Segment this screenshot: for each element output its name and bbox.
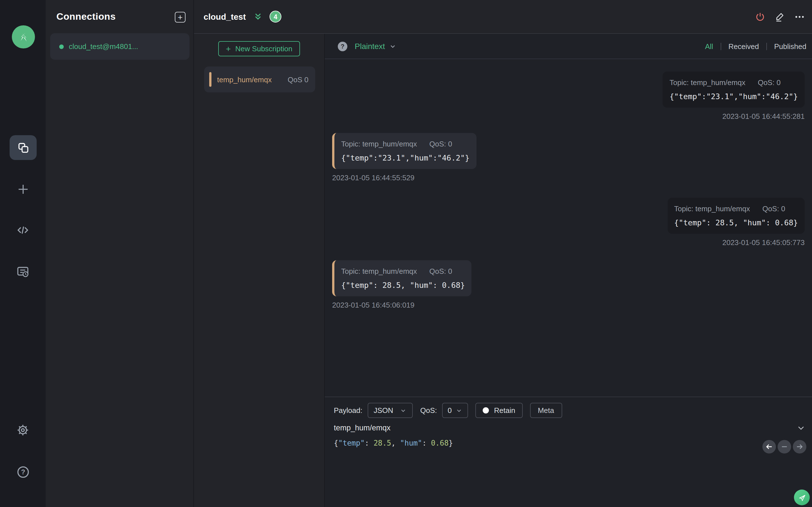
gear-icon <box>16 423 30 437</box>
json-token: 0.68 <box>431 439 449 447</box>
filter-separator <box>720 43 721 50</box>
payload-format-value: Plaintext <box>355 42 385 51</box>
disconnect-button[interactable] <box>755 11 766 22</box>
retain-toggle[interactable]: Retain <box>475 403 522 418</box>
message-card[interactable]: Topic: temp_hum/emqx QoS: 0 {"temp": 28.… <box>332 260 472 296</box>
filter-separator <box>766 43 767 50</box>
payload-format-dropdown[interactable]: Plaintext <box>355 42 396 51</box>
json-token: "temp" <box>338 439 365 447</box>
rail-item-new-connection[interactable] <box>0 182 46 196</box>
chevron-down-icon <box>400 407 407 414</box>
qos-value: 0 <box>448 406 452 414</box>
rail-item-help[interactable]: ? <box>0 465 46 480</box>
ellipsis-icon <box>794 11 805 22</box>
message-qos: QoS: 0 <box>758 78 781 87</box>
message-topic: Topic: temp_hum/emqx <box>341 267 417 276</box>
json-token: : <box>422 439 431 447</box>
message-filters: All Received Published <box>705 42 806 50</box>
filter-all[interactable]: All <box>705 42 713 50</box>
subscriptions-column: + New Subscription temp_hum/emqx QoS 0 <box>194 34 325 507</box>
meta-label: Meta <box>538 406 554 414</box>
history-prev-button[interactable] <box>762 440 776 453</box>
format-help-icon[interactable]: ? <box>338 41 347 51</box>
chevron-down-icon <box>456 407 462 414</box>
message-card[interactable]: Topic: temp_hum/emqx QoS: 0 {"temp":"23.… <box>663 71 805 108</box>
messages-list[interactable]: Topic: temp_hum/emqx QoS: 0 {"temp":"23.… <box>325 59 812 397</box>
payload-type-select[interactable]: JSON <box>367 403 413 418</box>
publish-payload-editor[interactable]: {"temp": 28.5, "hum": 0.68} <box>334 439 453 447</box>
publish-options-row: Payload: JSON QoS: 0 Retain Meta <box>334 403 562 418</box>
edit-connection-button[interactable] <box>774 11 785 22</box>
add-connection-button[interactable]: + <box>175 12 186 22</box>
meta-button[interactable]: Meta <box>530 403 562 418</box>
send-button[interactable] <box>794 490 810 505</box>
message-payload: {"temp":"23.1","hum":"46.2"} <box>341 153 469 162</box>
subscription-topic: temp_hum/emqx <box>217 75 288 83</box>
plus-icon: + <box>226 44 231 53</box>
more-options-button[interactable] <box>794 11 805 22</box>
payload-type-value: JSON <box>373 406 393 414</box>
rail-item-log[interactable] <box>0 265 46 279</box>
connection-header: cloud_test 4 <box>194 0 812 34</box>
help-icon: ? <box>15 465 30 480</box>
connections-icon <box>17 142 29 154</box>
connection-list-item[interactable]: cloud_test@m4801... <box>50 33 190 60</box>
message-payload: {"temp": 28.5, "hum": 0.68} <box>341 281 465 290</box>
messages-toolbar: ? Plaintext All Received Published <box>325 34 812 59</box>
payload-label: Payload: <box>334 406 362 414</box>
message-payload: {"temp":"23.1","hum":"46.2"} <box>670 92 798 101</box>
message-timestamp: 2023-01-05 16:45:05:773 <box>667 238 805 247</box>
message-timestamp: 2023-01-05 16:45:06:019 <box>332 301 472 309</box>
subscription-item[interactable]: temp_hum/emqx QoS 0 <box>204 66 315 93</box>
subscription-color-bar <box>209 72 211 87</box>
rail-item-script[interactable] <box>0 223 46 237</box>
json-token: "hum" <box>400 439 422 447</box>
json-token: } <box>449 439 453 447</box>
mqttx-logo-icon <box>17 30 30 44</box>
rail-item-connections[interactable] <box>10 135 37 160</box>
chevron-down-icon <box>389 43 396 50</box>
history-remove-button[interactable] <box>777 440 791 453</box>
published-message: Topic: temp_hum/emqx QoS: 0 {"temp": 28.… <box>667 198 805 247</box>
filter-published[interactable]: Published <box>774 42 806 50</box>
connections-panel: Connections + cloud_test@m4801... <box>46 0 194 507</box>
connections-title: Connections <box>56 11 116 22</box>
power-icon <box>755 11 766 22</box>
connection-title: cloud_test <box>204 12 246 21</box>
received-message: Topic: temp_hum/emqx QoS: 0 {"temp": 28.… <box>332 260 472 309</box>
chevron-down-icon <box>797 424 805 432</box>
publish-topic-input[interactable]: temp_hum/emqx <box>334 424 391 432</box>
paper-plane-icon <box>798 493 806 502</box>
json-token: { <box>334 439 338 447</box>
svg-text:?: ? <box>21 468 25 476</box>
log-icon <box>16 265 30 279</box>
connection-name: cloud_test@m4801... <box>69 42 138 51</box>
new-subscription-button[interactable]: + New Subscription <box>218 41 300 56</box>
message-card[interactable]: Topic: temp_hum/emqx QoS: 0 {"temp": 28.… <box>667 198 805 234</box>
message-topic: Topic: temp_hum/emqx <box>674 205 750 213</box>
message-timestamp: 2023-01-05 16:44:55:529 <box>332 173 476 182</box>
collapse-publish-button[interactable] <box>797 424 805 432</box>
message-topic: Topic: temp_hum/emqx <box>670 78 746 87</box>
message-card[interactable]: Topic: temp_hum/emqx QoS: 0 {"temp":"23.… <box>332 133 476 169</box>
message-timestamp: 2023-01-05 16:44:55:281 <box>663 112 805 121</box>
message-qos: QoS: 0 <box>429 140 452 148</box>
payload-history-controls <box>762 440 806 453</box>
collapse-subscriptions-icon[interactable] <box>253 12 263 21</box>
retain-label: Retain <box>494 406 515 414</box>
qos-select[interactable]: 0 <box>442 403 468 418</box>
plus-icon <box>16 182 30 196</box>
json-token: 28.5 <box>373 439 391 447</box>
pencil-icon <box>774 11 785 22</box>
code-icon <box>16 223 30 237</box>
retain-dot-icon <box>483 407 489 413</box>
connected-status-dot <box>59 44 64 49</box>
rail-item-settings[interactable] <box>0 423 46 437</box>
message-count-badge: 4 <box>269 11 282 22</box>
message-qos: QoS: 0 <box>429 267 452 276</box>
message-payload: {"temp": 28.5, "hum": 0.68} <box>674 218 798 227</box>
publish-panel: Payload: JSON QoS: 0 Retain Meta <box>325 397 812 507</box>
history-next-button[interactable] <box>793 440 806 453</box>
qos-label: QoS: <box>420 406 437 414</box>
filter-received[interactable]: Received <box>728 42 759 50</box>
